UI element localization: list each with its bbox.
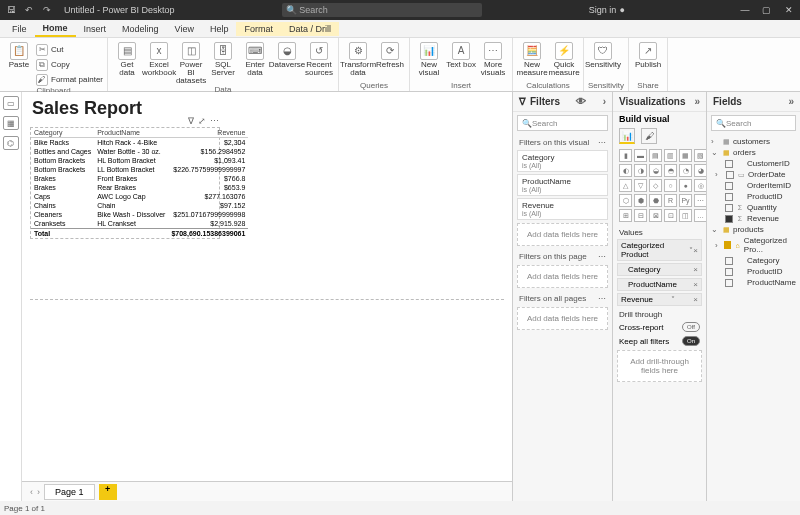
viz-type-icon[interactable]: ▦ <box>679 149 692 162</box>
sign-in-button[interactable]: Sign in● <box>589 5 625 15</box>
viz-type-icon[interactable]: ◇ <box>649 179 662 192</box>
new-measure-button[interactable]: 🧮New measure <box>517 40 547 77</box>
filters-all-well[interactable]: Add data fields here <box>517 307 608 330</box>
more-visuals-button[interactable]: ⋯More visuals <box>478 40 508 77</box>
toggle-on-icon[interactable]: On <box>682 336 700 346</box>
col-productname[interactable]: ProductName <box>94 128 168 138</box>
focus-icon[interactable]: ⤢ <box>198 116 206 126</box>
format-tab-icon[interactable]: 🖌 <box>641 128 657 144</box>
more-icon[interactable]: ⋯ <box>598 294 606 303</box>
bucket-categorized-product[interactable]: Categorized Product˅× <box>617 239 702 261</box>
collapse-icon[interactable]: » <box>788 96 794 107</box>
filters-visual-well[interactable]: Add data fields here <box>517 223 608 246</box>
viz-type-icon[interactable]: ▥ <box>664 149 677 162</box>
redo-icon[interactable]: ↷ <box>40 5 54 15</box>
checkbox-icon[interactable] <box>725 215 733 223</box>
table-row[interactable]: BrakesRear Brakes$653.9 <box>31 183 248 192</box>
undo-icon[interactable]: ↶ <box>22 5 36 15</box>
transform-button[interactable]: ⚙Transform data <box>343 40 373 77</box>
viz-type-icon[interactable]: ⬢ <box>634 194 647 207</box>
report-canvas[interactable]: Sales Report ∇ ⤢ ⋯ Category ProductName … <box>22 92 512 501</box>
viz-type-icon[interactable]: ⊞ <box>619 209 632 222</box>
remove-icon[interactable]: × <box>693 265 698 274</box>
pbi-datasets-button[interactable]: ◫Power BI datasets <box>176 40 206 85</box>
tab-help[interactable]: Help <box>202 22 237 36</box>
bucket-productname[interactable]: ProductName× <box>617 278 702 291</box>
viz-type-icon[interactable]: ▮ <box>619 149 632 162</box>
collapse-icon[interactable]: » <box>694 96 700 107</box>
build-tab-icon[interactable]: 📊 <box>619 128 635 144</box>
tab-format[interactable]: Format <box>236 22 281 36</box>
remove-icon[interactable]: × <box>693 246 698 255</box>
text-box-button[interactable]: AText box <box>446 40 476 69</box>
viz-type-icon[interactable]: ⬡ <box>619 194 632 207</box>
data-view-icon[interactable]: ▦ <box>3 116 19 130</box>
table-row[interactable]: Bike RacksHitch Rack - 4-Bike$2,304 <box>31 138 248 148</box>
table-row[interactable]: BrakesFront Brakes$766.8 <box>31 174 248 183</box>
table-row[interactable]: ChainsChain$97.152 <box>31 201 248 210</box>
checkbox-icon[interactable] <box>725 268 733 276</box>
format-painter-button[interactable]: 🖌Format painter <box>36 72 103 86</box>
refresh-button[interactable]: ⟳Refresh <box>375 40 405 69</box>
viz-type-icon[interactable]: ▬ <box>634 149 647 162</box>
viz-type-icon[interactable]: ▤ <box>649 149 662 162</box>
table-row[interactable]: CranksetsHL Crankset$2,915.928 <box>31 219 248 229</box>
viz-type-icon[interactable]: ⊠ <box>649 209 662 222</box>
tab-data-drill[interactable]: Data / Drill <box>281 22 339 36</box>
drill-well[interactable]: Add drill-through fields here <box>617 350 702 382</box>
viz-type-icon[interactable]: △ <box>619 179 632 192</box>
tab-modeling[interactable]: Modeling <box>114 22 167 36</box>
table-row[interactable]: CleanersBike Wash - Dissolver$251.071679… <box>31 210 248 219</box>
cross-report-toggle[interactable]: Cross-reportOff <box>613 320 706 334</box>
tab-view[interactable]: View <box>167 22 202 36</box>
paste-button[interactable]: 📋Paste <box>4 40 34 69</box>
filter-productname[interactable]: ProductNameis (All) <box>517 174 608 196</box>
add-page-button[interactable]: + <box>99 484 117 500</box>
field-item[interactable]: Category <box>711 255 796 266</box>
viz-type-icon[interactable]: ⊡ <box>664 209 677 222</box>
filter-category[interactable]: Categoryis (All) <box>517 150 608 172</box>
viz-type-icon[interactable]: ⊟ <box>634 209 647 222</box>
page-tab-1[interactable]: Page 1 <box>44 484 95 500</box>
checkbox-icon[interactable] <box>725 160 733 168</box>
remove-icon[interactable]: × <box>693 280 698 289</box>
viz-type-icon[interactable]: ◐ <box>619 164 632 177</box>
get-data-button[interactable]: ▤Get data <box>112 40 142 77</box>
publish-button[interactable]: ↗Publish <box>633 40 663 69</box>
close-icon[interactable]: ✕ <box>782 5 796 15</box>
checkbox-icon[interactable] <box>725 257 733 265</box>
col-revenue[interactable]: Revenue <box>168 128 248 138</box>
field-item[interactable]: ProductID <box>711 191 796 202</box>
checkbox-icon[interactable] <box>725 279 733 287</box>
more-icon[interactable]: ⋯ <box>210 116 219 126</box>
bucket-revenue[interactable]: Revenue˅× <box>617 293 702 306</box>
sql-button[interactable]: 🗄SQL Server <box>208 40 238 77</box>
filters-page-well[interactable]: Add data fields here <box>517 265 608 288</box>
tab-insert[interactable]: Insert <box>76 22 115 36</box>
viz-type-icon[interactable]: ○ <box>664 179 677 192</box>
field-item[interactable]: ›⌂Categorized Pro... <box>711 235 796 255</box>
field-item[interactable]: CustomerID <box>711 158 796 169</box>
keep-filters-toggle[interactable]: Keep all filtersOn <box>613 334 706 348</box>
viz-type-icon[interactable]: R <box>664 194 677 207</box>
table-orders[interactable]: ⌄▦orders <box>711 147 796 158</box>
next-page-icon[interactable]: › <box>37 487 40 497</box>
copy-button[interactable]: ⧉Copy <box>36 57 103 71</box>
viz-type-icon[interactable]: ◒ <box>649 164 662 177</box>
minimize-icon[interactable]: — <box>738 5 752 15</box>
filter-icon[interactable]: ∇ <box>188 116 194 126</box>
viz-type-icon[interactable]: Py <box>679 194 692 207</box>
tab-home[interactable]: Home <box>35 21 76 37</box>
table-row[interactable]: CapsAWC Logo Cap$277.163076 <box>31 192 248 201</box>
bucket-category[interactable]: Category× <box>617 263 702 276</box>
viz-type-icon[interactable]: ⬣ <box>649 194 662 207</box>
toggle-off-icon[interactable]: Off <box>682 322 700 332</box>
viz-type-icon[interactable]: ◑ <box>634 164 647 177</box>
viz-type-icon[interactable]: ▽ <box>634 179 647 192</box>
table-customers[interactable]: ›▦customers <box>711 136 796 147</box>
quick-measure-button[interactable]: ⚡Quick measure <box>549 40 579 77</box>
filter-revenue[interactable]: Revenueis (All) <box>517 198 608 220</box>
viz-type-icon[interactable]: ◓ <box>664 164 677 177</box>
maximize-icon[interactable]: ▢ <box>760 5 774 15</box>
collapse-icon[interactable]: › <box>603 96 606 107</box>
